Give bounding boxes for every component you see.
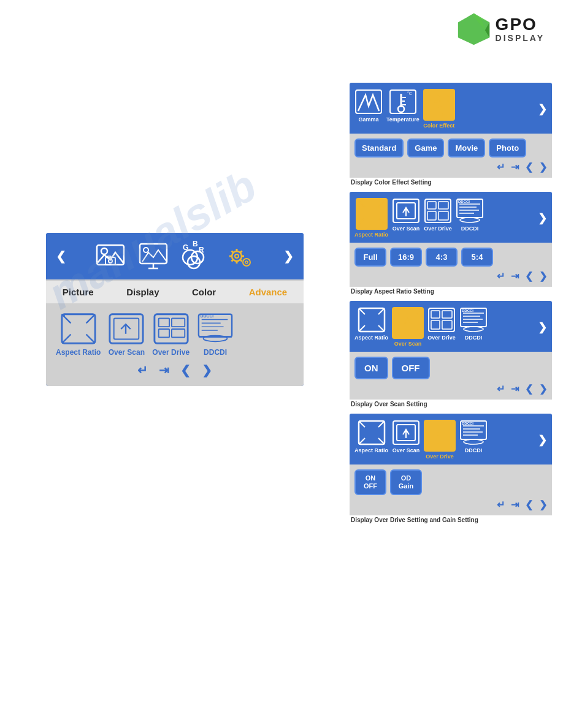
p-icon-temperature[interactable]: °C Temperature <box>386 89 419 123</box>
p-icon-color-effect[interactable]: Color Effect <box>423 89 455 129</box>
p-icon-gamma[interactable]: Gamma <box>354 89 383 123</box>
p-icon-os-aspect[interactable]: Aspect Ratio <box>354 307 388 341</box>
prev-btn[interactable]: ❮ <box>180 363 191 377</box>
menu-right-arrow[interactable]: ❯ <box>283 249 294 264</box>
panel4-right-arrow[interactable]: ❯ <box>538 433 547 447</box>
exit-btn[interactable]: ⇥ <box>159 363 169 377</box>
p1-exit[interactable]: ⇥ <box>511 161 519 173</box>
p-icon-od-overscan[interactable]: Over Scan <box>392 420 420 453</box>
color-effect-svg <box>425 91 453 116</box>
tab-advance[interactable]: Advance <box>244 286 293 298</box>
option-4-3[interactable]: 4:3 <box>426 248 458 267</box>
option-od-gain[interactable]: ODGain <box>390 469 422 495</box>
p3-exit[interactable]: ⇥ <box>511 383 519 395</box>
p-icon-od-overdrive[interactable]: Over Drive <box>424 420 456 460</box>
os-overscan-label: Over Scan <box>394 341 422 347</box>
p-icon-os-overdrive[interactable]: Over Drive <box>427 307 456 341</box>
svg-rect-117 <box>440 435 450 444</box>
svg-line-26 <box>240 260 242 262</box>
next-btn[interactable]: ❯ <box>202 363 212 377</box>
svg-point-30 <box>245 261 248 264</box>
p2-enter[interactable]: ↵ <box>497 270 505 282</box>
option-game[interactable]: Game <box>407 138 444 157</box>
p-icon-ar-overscan[interactable]: Over Scan <box>392 198 420 232</box>
panel-aspect-ratio: Aspect Ratio Over Scan <box>350 192 552 298</box>
p3-prev[interactable]: ❮ <box>525 383 533 395</box>
panel3-nav-controls: ↵ ⇥ ❮ ❯ <box>354 383 547 395</box>
panel1-right-arrow[interactable]: ❯ <box>538 102 547 116</box>
panel-over-scan-icons: Aspect Ratio Over Scan <box>354 307 547 347</box>
option-photo[interactable]: Photo <box>489 138 526 157</box>
p1-enter[interactable]: ↵ <box>497 161 505 173</box>
svg-text:DDCCI: DDCCI <box>201 314 214 318</box>
p-icon-ar-overdrive[interactable]: Over Drive <box>424 198 452 232</box>
panel-over-drive-header: Aspect Ratio Over Scan <box>350 414 552 464</box>
option-off[interactable]: OFF <box>392 357 430 379</box>
bottom-icon-ddcdi[interactable]: DDCCI DDCDI <box>197 312 234 357</box>
option-movie[interactable]: Movie <box>448 138 485 157</box>
svg-rect-71 <box>425 199 451 222</box>
option-on[interactable]: ON <box>354 357 388 379</box>
ar-overscan-svg <box>392 198 420 224</box>
over-scan-icon <box>108 312 145 346</box>
panel4-nav-controls: ↵ ⇥ ❮ ❯ <box>354 499 547 510</box>
menu-icon-advance[interactable] <box>223 240 255 272</box>
menu-nav-controls: ↵ ⇥ ❮ ❯ <box>56 363 294 377</box>
p-icon-od-ddcdi[interactable]: DDCCI DDCDI <box>459 420 488 453</box>
option-16-9[interactable]: 16:9 <box>390 248 422 267</box>
p-icon-aspect-ratio[interactable]: Aspect Ratio <box>354 198 388 238</box>
p4-exit[interactable]: ⇥ <box>511 499 519 510</box>
bottom-icon-aspect-ratio[interactable]: Aspect Ratio <box>56 312 101 357</box>
od-aspect-label: Aspect Ratio <box>354 447 388 453</box>
menu-bottom: Aspect Ratio Over Scan <box>46 303 304 386</box>
menu-icon-picture[interactable] <box>94 240 126 272</box>
panel1-caption: Display Color Effect Setting <box>350 179 552 186</box>
p-icon-od-aspect[interactable]: Aspect Ratio <box>354 420 388 453</box>
ar-aspect-label: Aspect Ratio <box>354 232 388 238</box>
bottom-icon-over-drive[interactable]: Over Drive <box>152 312 190 357</box>
p4-prev[interactable]: ❮ <box>525 499 533 510</box>
menu-icon-display[interactable] <box>137 240 169 272</box>
p1-prev[interactable]: ❮ <box>525 161 533 173</box>
p-icon-os-ddcdi[interactable]: DDCCI DDCDI <box>459 307 488 341</box>
enter-btn[interactable]: ↵ <box>137 363 148 377</box>
tab-color[interactable]: Color <box>187 286 221 298</box>
p3-next[interactable]: ❯ <box>539 383 547 395</box>
tab-display[interactable]: Display <box>121 286 164 298</box>
p2-next[interactable]: ❯ <box>539 270 547 282</box>
od-overscan-label: Over Scan <box>393 447 420 453</box>
svg-point-7 <box>109 259 112 263</box>
color-effect-icon-label: Color Effect <box>423 123 454 129</box>
option-on-off[interactable]: ONOFF <box>354 469 386 495</box>
p4-next[interactable]: ❯ <box>539 499 547 510</box>
p4-enter[interactable]: ↵ <box>497 499 505 510</box>
p2-exit[interactable]: ⇥ <box>511 270 519 282</box>
brand-name: GPO <box>496 16 537 33</box>
svg-line-109 <box>378 438 385 444</box>
p-icon-os-overscan[interactable]: Over Scan <box>392 307 424 347</box>
panel-aspect-ratio-icons: Aspect Ratio Over Scan <box>354 198 547 238</box>
svg-rect-115 <box>429 435 438 444</box>
p3-enter[interactable]: ↵ <box>497 383 505 395</box>
over-scan-icon-group: Aspect Ratio Over Scan <box>354 307 488 347</box>
svg-rect-73 <box>427 211 436 220</box>
svg-rect-40 <box>158 319 169 327</box>
tab-picture[interactable]: Picture <box>58 286 99 298</box>
menu-left-arrow[interactable]: ❮ <box>56 249 66 264</box>
p1-next[interactable]: ❯ <box>539 161 547 173</box>
od-aspect-svg <box>358 420 386 446</box>
option-standard[interactable]: Standard <box>354 138 404 157</box>
temperature-svg: °C <box>389 89 417 115</box>
option-full[interactable]: Full <box>354 248 386 267</box>
svg-line-106 <box>359 421 365 427</box>
menu-icon-color[interactable]: G B R <box>180 240 212 272</box>
ar-overdrive-svg <box>424 198 452 224</box>
bottom-icon-over-scan[interactable]: Over Scan <box>108 312 145 357</box>
panel2-right-arrow[interactable]: ❯ <box>538 211 547 225</box>
p-icon-ar-ddcdi[interactable]: DDCCI DDCDI <box>456 198 484 232</box>
p2-prev[interactable]: ❮ <box>525 270 533 282</box>
panel3-right-arrow[interactable]: ❯ <box>538 320 547 334</box>
panel-color-effect-options: Standard Game Movie Photo ↵ ⇥ ❮ ❯ <box>350 134 552 178</box>
option-5-4[interactable]: 5:4 <box>461 248 493 267</box>
svg-line-28 <box>232 260 234 262</box>
